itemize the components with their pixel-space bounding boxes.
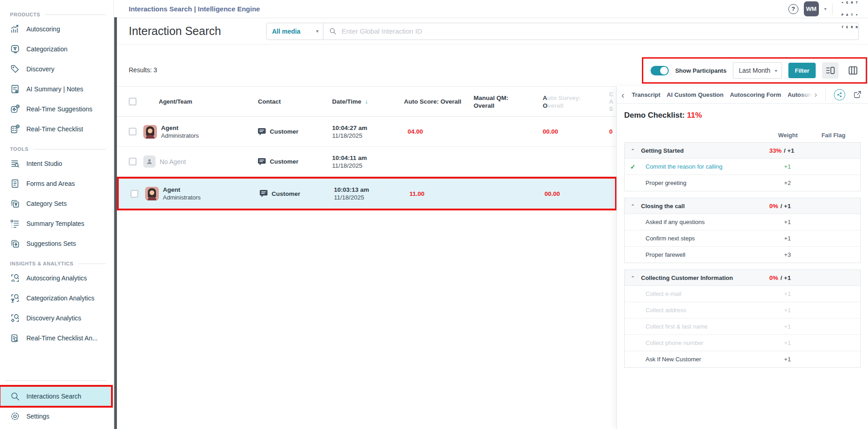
weight-header: Weight [770,132,806,139]
sidebar-item-intent-studio[interactable]: Intent Studio [0,154,113,174]
chat-bubble-icon [260,190,267,197]
open-external-icon[interactable] [853,90,862,99]
checklist-score: 11% [687,111,702,120]
checklist-item[interactable]: Ask If New Customer +1 [625,351,860,367]
global-id-search-box [323,23,859,40]
chevron-up-icon[interactable]: ⌃ [625,204,641,209]
chevron-up-icon[interactable]: ⌃ [625,148,641,153]
col-agent-team: Agent/Team [141,98,249,105]
columns-icon [848,65,858,76]
sort-desc-icon[interactable]: ↓ [365,98,368,105]
sidebar-item-forms-and-areas[interactable]: Forms and Areas [0,174,113,194]
list-info-icon [10,219,20,229]
tab-transcript[interactable]: Transcript [632,91,661,98]
side-panel-toggle-button[interactable] [822,62,838,79]
checklist-item[interactable]: Collect e-mail +1 [625,286,860,302]
sidebar-item-autoscoring-analytics[interactable]: Autoscoring Analytics [0,268,113,288]
col-contact: Contact [249,98,326,105]
user-avatar[interactable]: WM [804,1,819,16]
sidebar-item-label: AI Summary | Notes [26,85,83,93]
contact-cell: Customer [251,190,328,197]
chevron-up-icon[interactable]: ⌃ [625,275,641,280]
vertical-scrollbar[interactable] [114,17,117,429]
filter-button[interactable]: Filter [788,63,816,78]
list-panel-icon [825,65,835,75]
row-checkbox[interactable] [129,158,136,165]
chart-search-icon [10,273,20,283]
checklist-item[interactable]: Asked if any questions +1 [625,214,860,230]
sidebar-item-label: Real-Time Checklist An... [26,334,98,342]
auto-score-value: 04.00 [401,128,467,135]
sidebar-item-settings[interactable]: Settings [0,406,113,426]
tabs-scroll-right-icon[interactable]: › [814,90,817,99]
app-window: PRODUCTS Autoscoring Categorization Disc… [0,0,868,429]
checklist-item[interactable]: Proper farewell +3 [625,247,860,263]
select-all-checkbox[interactable] [129,98,136,105]
col-date-time[interactable]: Date/Time↓ [326,98,401,105]
sidebar-item-interactions-search[interactable]: Interactions Search [0,386,111,406]
column-settings-button[interactable] [845,62,861,79]
share-icon[interactable] [834,89,845,100]
global-search-group: All media ▾ [266,23,859,40]
checklist-item[interactable]: Confirm next steps +1 [625,230,860,247]
sidebar-item-label: Settings [26,413,50,420]
checklist-item[interactable]: Collect address +1 [625,302,860,319]
sidebar-item-category-sets[interactable]: Category Sets [0,194,113,214]
sidebar-item-summary-templates[interactable]: Summary Templates [0,214,113,234]
table-row[interactable]: Agent Administrators Customer 10:04:27 a… [117,117,617,147]
row-checkbox[interactable] [131,190,138,198]
section-header[interactable]: ⌃ Closing the call 0% / +1 [625,198,860,214]
sidebar-item-realtime-suggestions[interactable]: Real-Time Suggestions [0,99,113,119]
contact-name: Customer [270,158,298,165]
agent-cell: Agent Administrators [141,125,249,139]
chat-bubble-icon [258,158,266,165]
sidebar-item-autoscoring[interactable]: Autoscoring [0,19,113,39]
datetime-cell: 10:04:27 am 11/18/2025 [326,125,401,139]
sidebar-footer: Interactions Search Settings [0,377,113,429]
agent-cell: Agent Administrators [142,186,251,201]
chevron-down-icon[interactable]: ▾ [824,6,827,11]
checklist-item[interactable]: Collect phone number +1 [625,335,860,351]
sidebar-item-label: Intent Studio [26,160,62,167]
fail-flag-header: Fail Flag [806,132,861,139]
global-interaction-id-input[interactable] [341,27,853,35]
stacked-funnel-icon [10,199,20,209]
agent-avatar [143,125,157,139]
media-filter-select[interactable]: All media ▾ [266,23,323,40]
sidebar-item-discovery-analytics[interactable]: Discovery Analytics [0,308,113,328]
sidebar-item-label: Autoscoring [26,25,60,33]
tab-autoscoring-form[interactable]: Autoscoring Form [730,91,781,98]
checklist-column-headers: Weight Fail Flag [624,132,861,139]
agent-name: Agent [161,125,199,131]
show-participants-toggle[interactable] [651,66,669,75]
sidebar-item-suggestions-sets[interactable]: Suggestions Sets [0,234,113,254]
chevron-down-icon: ▾ [775,68,777,73]
date-range-select[interactable]: Last Month ▾ [733,62,782,79]
sidebar-item-realtime-checklist-analytics[interactable]: Real-Time Checklist An... [0,328,113,348]
no-agent-icon [143,155,156,168]
tag-search-icon [10,313,20,323]
sidebar-item-categorization-analytics[interactable]: Categorization Analytics [0,288,113,308]
sidebar-item-discovery[interactable]: Discovery [0,59,113,79]
table-row[interactable]: No Agent Customer 10:04:11 am 11/18/2025 [117,147,617,177]
row-checkbox[interactable] [129,128,136,135]
help-icon[interactable]: ? [788,4,798,14]
contact-cell: Customer [249,128,326,135]
table-row-selected[interactable]: Agent Administrators Customer 10:03:13 a… [117,177,617,210]
checklist-item[interactable]: Collect first & last name +1 [625,319,860,335]
interactions-table: Agent/Team Contact Date/Time↓ Auto Score… [117,86,617,210]
checklist-section-collecting-customer-information: ⌃ Collecting Customer Information 0% / +… [624,269,861,368]
section-header[interactable]: ⌃ Collecting Customer Information 0% / +… [625,270,860,286]
collapse-panel-icon[interactable]: ‹ [621,90,625,100]
section-header[interactable]: ⌃ Getting Started 33% / +1 [625,143,860,159]
checklist-title: Demo Checklist: 11% [624,111,861,120]
header-divider [832,3,833,15]
sidebar-item-ai-summary-notes[interactable]: AI Summary | Notes [0,79,113,99]
sidebar-item-label: Interactions Search [26,393,81,400]
tab-ai-custom-question[interactable]: AI Custom Question [667,91,724,98]
sidebar-item-realtime-checklist[interactable]: Real-Time Checklist [0,119,113,139]
checklist-item[interactable]: ✓ Commit the reason for calling +1 [625,159,860,175]
stacked-sparkle-icon [10,239,20,249]
sidebar-item-categorization[interactable]: Categorization [0,39,113,59]
checklist-item[interactable]: Proper greeting +2 [625,175,860,191]
